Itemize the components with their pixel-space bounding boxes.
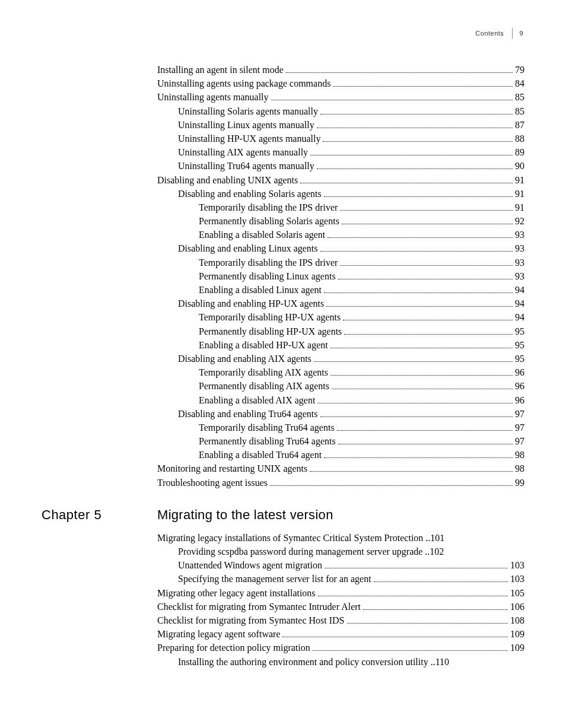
toc-entry: Monitoring and restarting UNIX agents98	[157, 462, 524, 475]
toc-entry-page: 102	[430, 545, 444, 558]
toc-entry-label: Uninstalling Linux agents manually	[178, 118, 314, 132]
toc-leader	[324, 196, 513, 197]
toc-entry: Disabling and enabling Linux agents93	[157, 241, 524, 255]
toc-entry-label: Preparing for detection policy migration	[157, 641, 310, 654]
toc-entry: Disabling and enabling HP-UX agents94	[157, 297, 524, 310]
toc-entry-page: 89	[515, 145, 524, 159]
toc-entry-label: Checklist for migrating from Symantec Ho…	[157, 613, 345, 627]
toc-entry-label: Migrating other legacy agent installatio…	[157, 586, 316, 600]
toc-section-chapter: Migrating legacy installations of Symant…	[157, 531, 524, 669]
toc-entry-page: 93	[515, 269, 524, 283]
toc-entry: Temporarily disabling AIX agents96	[157, 365, 524, 379]
toc-entry-label: Uninstalling Tru64 agents manually	[178, 159, 314, 173]
toc-leader	[314, 361, 513, 362]
toc-entry-label: Enabling a disabled Solaris agent	[199, 228, 325, 241]
toc-leader-short: ..	[423, 531, 430, 545]
toc-entry-page: 97	[515, 421, 524, 434]
toc-leader	[343, 320, 513, 320]
toc-entry-page: 93	[515, 241, 524, 255]
toc-entry: Uninstalling Linux agents manually87	[157, 118, 524, 132]
toc-leader	[326, 306, 513, 307]
toc-entry-label: Installing the authoring environment and…	[178, 655, 428, 669]
toc-entry: Migrating legacy installations of Symant…	[157, 531, 524, 545]
toc-entry-label: Uninstalling HP-UX agents manually	[178, 132, 320, 145]
toc-leader	[374, 581, 508, 582]
chapter-label: Chapter 5	[42, 507, 157, 523]
toc-entry: Enabling a disabled Tru64 agent98	[157, 448, 524, 462]
toc-entry-page: 91	[515, 187, 524, 201]
toc-leader	[310, 471, 513, 472]
toc-entry-page: 92	[515, 214, 524, 228]
toc-leader	[327, 237, 513, 238]
toc-entry-page: 88	[515, 132, 524, 145]
toc-leader	[320, 114, 513, 115]
toc-entry-page: 97	[515, 407, 524, 421]
toc-entry: Temporarily disabling the IPS driver93	[157, 256, 524, 269]
toc-entry-label: Enabling a disabled Linux agent	[199, 283, 322, 297]
toc-entry-label: Enabling a disabled AIX agent	[199, 393, 315, 407]
toc-entry: Enabling a disabled Solaris agent93	[157, 228, 524, 241]
toc-entry-label: Permanently disabling HP-UX agents	[199, 325, 342, 338]
toc-entry-page: 95	[515, 325, 524, 338]
toc-leader	[317, 403, 513, 403]
toc-entry: Permanently disabling AIX agents96	[157, 379, 524, 393]
toc-entry: Disabling and enabling Solaris agents91	[157, 187, 524, 201]
toc-entry-label: Temporarily disabling the IPS driver	[199, 201, 338, 214]
toc-entry-label: Permanently disabling Linux agents	[199, 269, 336, 283]
toc-leader-short: ..	[422, 545, 430, 558]
toc-entry-page: 93	[515, 256, 524, 269]
toc-entry-label: Temporarily disabling AIX agents	[199, 365, 328, 379]
toc-entry-label: Uninstalling agents manually	[157, 90, 269, 104]
toc-entry-page: 94	[515, 297, 524, 310]
toc-entry-label: Disabling and enabling Linux agents	[178, 241, 318, 255]
toc-entry: Uninstalling Tru64 agents manually90	[157, 159, 524, 173]
toc-entry-label: Uninstalling AIX agents manually	[178, 145, 308, 159]
toc-entry-label: Disabling and enabling Solaris agents	[178, 187, 322, 201]
toc-leader	[340, 265, 513, 266]
toc-entry-label: Providing scspdba password during manage…	[178, 545, 422, 558]
toc-entry-page: 90	[515, 159, 524, 173]
header-divider	[512, 28, 513, 39]
toc-leader	[342, 224, 513, 224]
toc-leader	[318, 596, 508, 596]
toc-entry: Migrating other legacy agent installatio…	[157, 586, 524, 600]
toc-leader	[333, 86, 513, 87]
toc-entry: Permanently disabling Solaris agents92	[157, 214, 524, 228]
toc-leader	[338, 279, 513, 279]
toc-leader	[323, 141, 513, 142]
toc-leader	[317, 128, 513, 128]
toc-entry-page: 99	[515, 476, 524, 489]
toc-entry-page: 109	[510, 627, 524, 641]
toc-entry: Disabling and enabling UNIX agents91	[157, 173, 524, 187]
toc-entry: Migrating legacy agent software109	[157, 627, 524, 641]
toc-entry: Disabling and enabling Tru64 agents97	[157, 407, 524, 421]
toc-entry-label: Disabling and enabling UNIX agents	[157, 173, 298, 187]
toc-entry: Permanently disabling Linux agents93	[157, 269, 524, 283]
toc-entry: Enabling a disabled Linux agent94	[157, 283, 524, 297]
toc-entry-page: 85	[515, 104, 524, 118]
toc-entry-label: Monitoring and restarting UNIX agents	[157, 462, 307, 475]
toc-leader	[300, 183, 513, 183]
toc-leader	[270, 485, 513, 486]
toc-entry-label: Temporarily disabling HP-UX agents	[199, 310, 341, 324]
toc-leader	[271, 100, 513, 100]
toc-entry: Checklist for migrating from Symantec In…	[157, 600, 524, 613]
toc-entry: Installing the authoring environment and…	[157, 655, 524, 669]
toc-entry-label: Permanently disabling Solaris agents	[199, 214, 339, 228]
toc-entry: Permanently disabling Tru64 agents97	[157, 434, 524, 448]
toc-entry-label: Uninstalling Solaris agents manually	[178, 104, 318, 118]
toc-entry-label: Disabling and enabling Tru64 agents	[178, 407, 318, 421]
toc-leader	[344, 334, 513, 335]
toc-entry-label: Disabling and enabling HP-UX agents	[178, 297, 324, 310]
toc-entry-page: 109	[510, 641, 524, 654]
toc-entry-page: 110	[435, 655, 449, 669]
toc-entry-page: 94	[515, 283, 524, 297]
toc-entry: Installing an agent in silent mode79	[157, 63, 524, 77]
toc-entry: Checklist for migrating from Symantec Ho…	[157, 613, 524, 627]
toc-leader-short: ..	[428, 655, 435, 669]
toc-entry: Unattended Windows agent migration103	[157, 558, 524, 572]
toc-leader	[325, 568, 508, 568]
toc-entry: Preparing for detection policy migration…	[157, 641, 524, 654]
toc-leader	[324, 457, 513, 458]
toc-entry: Uninstalling HP-UX agents manually88	[157, 132, 524, 145]
